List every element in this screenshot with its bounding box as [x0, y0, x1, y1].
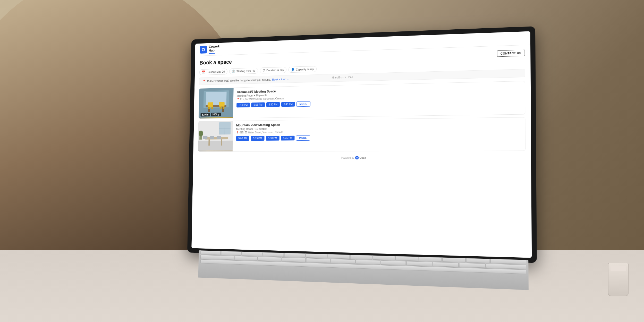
- svg-rect-13: [223, 106, 224, 109]
- logo-container: Cowork Hub: [200, 45, 220, 54]
- laptop: Cowork Hub Book a space CONTACT US: [187, 24, 600, 298]
- time-slot-530pm-2[interactable]: 5:30 PM: [266, 136, 279, 141]
- space-info-2: Mountain View Meeting Space Meeting Room…: [233, 117, 525, 151]
- keyboard-key: [459, 263, 486, 268]
- time-filter-chip[interactable]: 🕐 Starting 5:00 PM: [229, 68, 258, 74]
- keyboard-key: [331, 259, 355, 264]
- time-slot-500pm-1[interactable]: 5:00 PM: [236, 103, 250, 107]
- time-slot-500pm-2[interactable]: 5:00 PM: [236, 136, 249, 141]
- keyboard-key: [486, 264, 526, 269]
- keyboard-key: [350, 255, 372, 260]
- time-slot-515pm-2[interactable]: 5:15 PM: [251, 136, 264, 141]
- time-slot-545pm-2[interactable]: 5:45 PM: [281, 136, 295, 141]
- keyboard-key: [200, 250, 221, 255]
- logo-name: Cowork Hub: [209, 45, 220, 53]
- svg-rect-8: [208, 102, 213, 107]
- keyboard-key: [200, 255, 234, 260]
- coffee-cup: [608, 263, 629, 296]
- capacity-filter-chip[interactable]: 👤 Capacity is any: [289, 66, 317, 73]
- powered-by-footer: Powered by O Optix: [198, 154, 526, 162]
- svg-rect-12: [220, 107, 222, 109]
- tour-banner-text: Rather visit us first? We'd be happy to …: [207, 78, 271, 83]
- keyboard-key: [442, 257, 465, 262]
- optix-brand-name: Optix: [360, 156, 366, 159]
- keyboard-key: [258, 257, 282, 261]
- time-slots-2: 5:00 PM 5:15 PM 5:30 PM 5:45 PM MORE: [236, 134, 521, 141]
- laptop-screen: Cowork Hub Book a space CONTACT US: [191, 31, 532, 258]
- keyboard-key: [373, 256, 395, 260]
- logo-text-block: Cowork Hub: [209, 45, 220, 54]
- space-image-2: [198, 121, 233, 151]
- keyboard-key: [381, 260, 406, 265]
- location-pin-icon: 📍: [202, 80, 206, 83]
- keyboard-key: [306, 253, 327, 258]
- keyboard-key: [490, 259, 526, 264]
- book-tour-link[interactable]: Book a tour →: [272, 78, 289, 81]
- svg-rect-11: [219, 102, 225, 106]
- space-card-1: $10/hr $80/dy Casual 24/7 Meeting Space …: [198, 81, 525, 119]
- laptop-screen-frame: Cowork Hub Book a space CONTACT US: [187, 26, 537, 263]
- contact-us-button[interactable]: CONTACT US: [497, 50, 525, 57]
- calendar-icon: 📅: [202, 70, 205, 74]
- more-button-1[interactable]: MORE: [296, 101, 310, 107]
- powered-by-text: Powered by: [341, 156, 354, 159]
- svg-rect-23: [210, 136, 214, 139]
- svg-rect-24: [217, 136, 221, 139]
- address-pin-icon-2: 📍: [236, 131, 239, 134]
- price-badges-1: $10/hr $80/dy: [200, 113, 221, 116]
- svg-rect-21: [221, 139, 222, 146]
- date-filter-label: Tuesday May 26: [206, 70, 225, 73]
- page-title: Book a space: [199, 59, 232, 66]
- keyboard-key: [396, 256, 418, 261]
- optix-logo: O Optix: [355, 156, 366, 159]
- keyboard-key: [221, 251, 241, 256]
- time-filter-label: Starting 5:00 PM: [236, 69, 255, 73]
- daily-price-badge: $80/dy: [211, 113, 221, 116]
- keyboard-key: [466, 258, 490, 263]
- capacity-filter-label: Capacity is any: [296, 67, 314, 71]
- duration-icon: ⏱: [262, 69, 265, 72]
- time-slot-545pm-1[interactable]: 5:45 PM: [281, 102, 295, 107]
- svg-rect-9: [208, 107, 210, 109]
- keyboard-key: [419, 257, 442, 262]
- address-pin-icon-1: 📍: [236, 98, 239, 101]
- svg-rect-22: [203, 136, 207, 139]
- space-image-1: $10/hr $80/dy: [199, 88, 233, 118]
- logo-underline: [209, 53, 215, 54]
- keyboard-key: [306, 258, 330, 263]
- duration-filter-chip[interactable]: ⏱ Duration is any: [260, 67, 287, 74]
- keyboard-key: [328, 254, 350, 259]
- macbook-label: MacBook Pro: [332, 75, 354, 79]
- hourly-price-badge: $10/hr: [200, 113, 210, 117]
- people-icon: 👤: [291, 68, 295, 71]
- app-content: Book a space CONTACT US 📅 Tuesday May 26…: [191, 45, 532, 258]
- time-slot-515pm-1[interactable]: 5:15 PM: [251, 102, 265, 107]
- time-slot-530pm-1[interactable]: 5:30 PM: [266, 102, 280, 107]
- keyboard-key: [433, 262, 459, 267]
- keyboard-key: [284, 253, 306, 258]
- optix-icon: O: [355, 156, 359, 159]
- more-button-2[interactable]: MORE: [296, 135, 310, 141]
- svg-rect-20: [208, 139, 210, 146]
- duration-filter-label: Duration is any: [266, 69, 284, 72]
- logo-icon: [200, 46, 207, 54]
- clock-icon: 🕐: [232, 70, 235, 73]
- keyboard-key: [406, 261, 432, 266]
- space-card-2: Mountain View Meeting Space Meeting Room…: [198, 117, 526, 152]
- svg-rect-10: [211, 107, 213, 109]
- date-filter-chip[interactable]: 📅 Tuesday May 26: [199, 69, 227, 75]
- space-info-1: Casual 24/7 Meeting Space Meeting Room •…: [233, 81, 525, 118]
- keyboard-key: [242, 252, 262, 256]
- keyboard-key: [234, 256, 257, 260]
- keyboard-key: [282, 257, 306, 262]
- keyboard-key: [263, 252, 284, 257]
- keyboard-key: [355, 260, 380, 265]
